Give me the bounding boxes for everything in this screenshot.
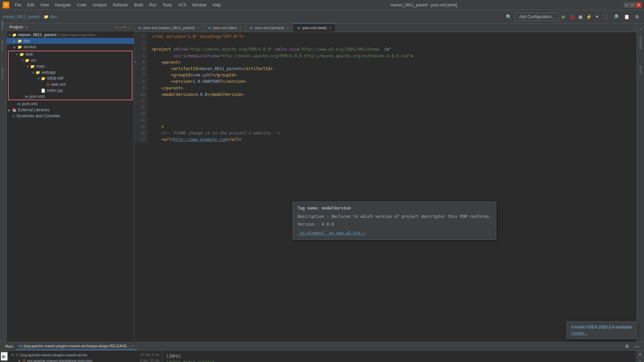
tooltip-popup: Tag name: modelVersion Description : Dec… <box>292 201 496 240</box>
tree-item-root[interactable]: ▼ 📁 maven_0811_parent D:\java-maven-spac… <box>7 32 134 38</box>
bottom-tree-root[interactable]: ▼ ⚠ [org.apache.maven.plugins:maven-arch… <box>8 352 162 358</box>
tab-pom-dao[interactable]: m pom.xml (dao) ✕ <box>204 23 246 32</box>
search-everywhere-button[interactable]: 🔍 <box>504 13 514 21</box>
tree-item-ext-libs[interactable]: ▶ 📚 External Libraries <box>7 107 134 113</box>
tree-item-service[interactable]: ▶ 📁 service <box>7 44 134 50</box>
menu-build[interactable]: Build <box>131 1 146 9</box>
menu-tools[interactable]: Tools <box>160 1 175 9</box>
vcs-button[interactable]: 📋 <box>622 13 632 21</box>
minimize-button[interactable]: — <box>624 2 629 8</box>
code-line-11 <box>152 98 633 104</box>
tree-item-web[interactable]: ▼ 📁 web <box>9 51 132 57</box>
maven-sidebar-icon[interactable]: Maven <box>638 63 643 77</box>
bottom-settings-button[interactable]: ⚙ <box>623 342 631 350</box>
tab-close-pom-dao[interactable]: ✕ <box>239 26 241 30</box>
output-scroll-end-button[interactable]: ↓ <box>639 359 641 362</box>
add-configuration-button[interactable]: Add Configuration... <box>515 13 559 21</box>
code-line-2 <box>152 40 633 46</box>
menu-analyze[interactable]: Analyze <box>90 1 110 9</box>
tree-arrow-root[interactable]: ▼ <box>8 33 12 37</box>
maximize-button[interactable]: □ <box>630 2 635 8</box>
coverage-button[interactable]: ▣ <box>577 13 584 20</box>
tab-pom-parent[interactable]: m pom.xml (maven_0811_parent) ✕ <box>134 23 204 32</box>
tree-item-scratches[interactable]: ⊙ Scratches and Consoles <box>7 113 134 119</box>
menu-code[interactable]: Code <box>74 1 89 9</box>
panel-icon-hide[interactable]: — <box>127 25 131 29</box>
checkmark-icon: ✓ <box>637 25 644 33</box>
run-button[interactable]: ▶ <box>560 13 567 20</box>
stop-button[interactable]: ⬛ <box>601 13 609 20</box>
menu-vcs[interactable]: VCS <box>175 1 189 9</box>
bottom-tree-arrow-standalone[interactable]: ▼ <box>17 359 21 362</box>
menu-view[interactable]: View <box>38 1 52 9</box>
code-line-7: <groupId>com.yzh7</groupId> <box>152 72 633 78</box>
panel-header-icons: ⊙ ≡ ⚙ — <box>115 25 131 29</box>
bottom-play-button[interactable]: ▶ <box>1 352 8 361</box>
tree-item-pom-web[interactable]: m pom.xml <box>9 94 132 100</box>
bottom-hide-button[interactable]: — <box>633 342 641 350</box>
tab-close-pom-service[interactable]: ✕ <box>286 26 289 30</box>
tab-close-pom-parent[interactable]: ✕ <box>197 26 200 30</box>
tree-item-src[interactable]: ▼ 📁 src <box>9 57 132 63</box>
file-tree: ▼ 📁 maven_0811_parent D:\java-maven-spac… <box>7 31 134 342</box>
notification-update-link[interactable]: Update... <box>571 331 588 336</box>
menu-file[interactable]: File <box>12 1 24 9</box>
web-highlight-box: ▼ 📁 web ▼ 📁 src ▼ 📁 main <box>8 51 132 100</box>
profile-button[interactable]: ⚡ <box>585 13 593 20</box>
panel-icon-settings[interactable]: ⚙ <box>123 25 126 29</box>
tree-arrow-webapp[interactable]: ▼ <box>32 71 36 74</box>
debug-button[interactable]: 🐞 <box>568 13 576 20</box>
tree-item-main[interactable]: ▼ 📁 main <box>9 63 132 69</box>
menu-window[interactable]: Window <box>190 1 209 9</box>
panel-icon-collapse[interactable]: ≡ <box>119 25 121 29</box>
tree-label-scratches: Scratches and Consoles <box>16 114 60 118</box>
tooltip-more-icon[interactable]: ⋮ <box>487 230 491 236</box>
tree-item-webinf[interactable]: ▼ 📁 WEB-INF <box>9 75 132 81</box>
menu-edit[interactable]: Edit <box>24 1 37 9</box>
project-sidebar-icon[interactable]: Project <box>1 25 6 30</box>
tree-item-webapp[interactable]: ▼ 📁 webapp <box>9 69 132 75</box>
menu-navigate[interactable]: Navigate <box>52 1 73 9</box>
settings-button[interactable]: ⚙ <box>633 13 641 21</box>
bottom-tree-root-time: 12 sec, 6 ms <box>140 353 159 357</box>
output-side-controls: ≡ ↓ <box>636 351 644 362</box>
bottom-run-tab[interactable]: m [org.apache.maven.plugins:maven-archet… <box>16 343 137 350</box>
find-usage-button[interactable]: 🔎 <box>611 13 621 21</box>
panel-icon-locate[interactable]: ⊙ <box>115 25 118 29</box>
tree-item-indexjsp[interactable]: 📄 index.jsp <box>9 87 132 94</box>
tree-item-pom-root[interactable]: m pom.xml <box>7 101 134 107</box>
close-button[interactable]: ✕ <box>636 2 641 8</box>
tree-item-dao[interactable]: ▶ 📁 dao <box>7 38 134 44</box>
tooltip-link-line: `xs:element` on www.w3.org ↗ ⋮ <box>298 230 491 236</box>
folder-icon-service: 📁 <box>17 45 22 49</box>
menu-help[interactable]: Help <box>210 1 224 9</box>
bottom-run-tab-close[interactable]: ✕ <box>131 344 134 348</box>
maven-icon-pom-web: m <box>25 95 28 99</box>
output-wrap-button[interactable]: ≡ <box>639 352 641 357</box>
breadcrumb-parent[interactable]: maven_0811_parent <box>3 14 40 19</box>
tab-pom-service[interactable]: m pom.xml (service) ✕ <box>246 23 293 32</box>
tree-arrow-service[interactable]: ▶ <box>13 45 17 49</box>
database-sidebar-icon[interactable]: Database <box>638 34 643 52</box>
tree-item-webxml[interactable]: ☰ web.xml <box>9 81 132 87</box>
tab-pom-web[interactable]: m pom.xml (web) ✕ <box>293 23 336 32</box>
tree-arrow-webinf[interactable]: ▼ <box>37 77 41 80</box>
tab-close-pom-web[interactable]: ✕ <box>329 26 331 30</box>
bottom-tree-standalone[interactable]: ▼ ⚠ org.apache.maven:standalone-pom:pon … <box>8 358 162 362</box>
code-editor[interactable]: 1 2 3 4 5◀ 6 7 8 9 10 11 12 13 14 15 16 <box>134 32 637 342</box>
bottom-tree-arrow-root[interactable]: ▼ <box>11 353 14 357</box>
menu-run[interactable]: Run <box>147 1 159 9</box>
build-menu-button[interactable]: ▼ <box>594 13 600 20</box>
bottom-run-tab-label: [org.apache.maven.plugins:maven-archetyp… <box>24 344 130 348</box>
menu-refactor[interactable]: Refactor <box>110 1 131 9</box>
tree-arrow-main[interactable]: ▼ <box>26 65 30 68</box>
favorites-sidebar-icon[interactable]: Favorites <box>1 74 6 80</box>
breadcrumb-child[interactable]: dao <box>50 14 57 19</box>
tooltip-link[interactable]: `xs:element` on www.w3.org ↗ <box>298 231 365 235</box>
tree-arrow-dao[interactable]: ▶ <box>13 39 17 43</box>
structure-sidebar-icon[interactable]: Structure <box>1 46 6 52</box>
tree-arrow-ext-libs[interactable]: ▶ <box>8 108 12 112</box>
panel-dropdown-icon[interactable]: ▼ <box>25 25 29 29</box>
tree-arrow-web[interactable]: ▼ <box>15 53 19 56</box>
tree-arrow-src[interactable]: ▼ <box>21 59 25 62</box>
